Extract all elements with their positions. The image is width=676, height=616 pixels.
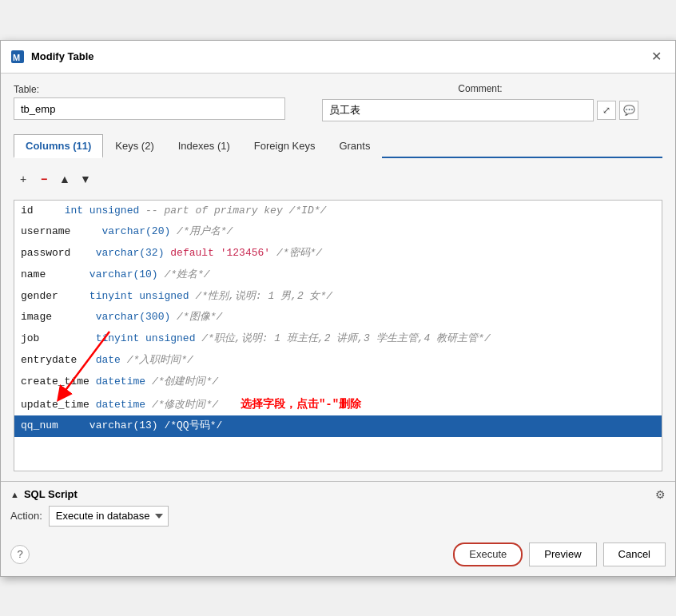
tab-bar: Columns (11) Keys (2) Indexes (1) Foreig… [14,133,662,158]
table-row[interactable]: job tinyint unsigned /*职位,说明: 1 班主任,2 讲师… [14,328,662,350]
comment-group: Comment: ⤢ 💬 [298,83,662,121]
close-button[interactable]: ✕ [646,47,666,66]
cancel-button[interactable]: Cancel [603,542,666,566]
sql-header: ▲ SQL Script ⚙ [10,488,666,501]
tab-indexes[interactable]: Indexes (1) [166,134,242,158]
action-row: Action: Execute in database Store to cli… [10,506,666,527]
tab-grants[interactable]: Grants [327,134,382,158]
help-button[interactable]: ? [10,545,30,564]
comment-label: Comment: [458,83,502,94]
table-name-group: Table: [14,84,285,120]
comment-input[interactable] [322,99,594,121]
sql-gear-button[interactable]: ⚙ [655,488,666,501]
table-row[interactable]: username varchar(20) /*用户名*/ [14,221,662,243]
action-select[interactable]: Execute in database Store to clipboard S… [49,506,169,527]
columns-toolbar: + − ▲ ▼ [14,166,662,192]
dialog-title: Modify Table [31,50,646,62]
table-row[interactable]: update_time datetime /*修改时间*/ 选择字段，点击"-"… [14,393,662,416]
dialog-content: Table: Comment: ⤢ 💬 Columns (11) Keys (2… [1,74,675,481]
tab-keys[interactable]: Keys (2) [103,134,165,158]
modify-table-dialog: M Modify Table ✕ Table: Comment: ⤢ 💬 [0,40,676,577]
columns-table[interactable]: id int unsigned -- part of primary key /… [14,200,662,471]
sql-section: ▲ SQL Script ⚙ Action: Execute in databa… [1,481,675,536]
delete-column-button[interactable]: − [34,169,54,189]
table-name-input[interactable] [14,97,285,120]
footer-right: Execute Preview Cancel [453,542,666,566]
selected-table-row[interactable]: qq_num varchar(13) /*QQ号码*/ [14,415,662,437]
preview-button[interactable]: Preview [529,542,596,566]
expand-comment-button[interactable]: ⤢ [597,101,616,120]
move-down-button[interactable]: ▼ [76,169,95,189]
tab-columns[interactable]: Columns (11) [14,134,103,158]
table-row[interactable]: entrydate date /*入职时间*/ [14,350,662,372]
comment-extra-button[interactable]: 💬 [619,101,638,120]
move-up-button[interactable]: ▲ [55,169,74,189]
table-row[interactable]: name varchar(10) /*姓名*/ [14,264,662,286]
delete-annotation: 选择字段，点击"-"删除 [241,398,361,411]
footer-buttons: ? Execute Preview Cancel [1,536,675,576]
sql-collapse-button[interactable]: ▲ [10,490,19,499]
table-row[interactable]: gender tinyint unsigned /*性别,说明: 1 男,2 女… [14,286,662,308]
title-bar: M Modify Table ✕ [1,41,675,74]
table-label: Table: [14,84,285,95]
columns-container: id int unsigned -- part of primary key /… [14,200,662,471]
execute-button[interactable]: Execute [453,542,523,566]
table-row[interactable]: id int unsigned -- part of primary key /… [14,201,662,222]
app-icon: M [10,50,25,64]
table-row[interactable]: create_time datetime /*创建时间*/ [14,372,662,393]
table-row[interactable]: password varchar(32) default '123456' /*… [14,243,662,264]
table-row[interactable]: image varchar(300) /*图像*/ [14,307,662,328]
sql-title: ▲ SQL Script [10,488,78,500]
table-comment-row: Table: Comment: ⤢ 💬 [14,83,662,121]
action-label: Action: [10,510,42,522]
tab-foreign-keys[interactable]: Foreign Keys [242,134,328,158]
sql-title-text: SQL Script [24,488,78,500]
add-column-button[interactable]: + [14,169,33,189]
svg-text:M: M [13,53,20,62]
